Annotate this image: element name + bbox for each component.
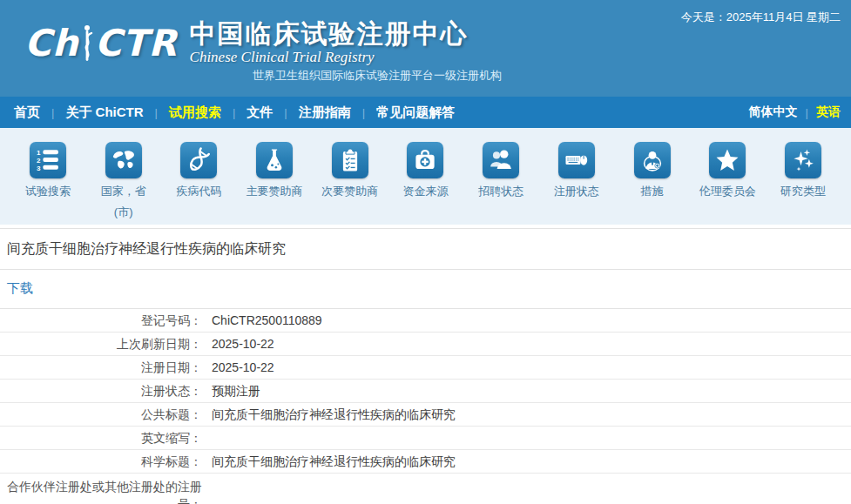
nav-item-faq[interactable]: 常见问题解答: [373, 104, 458, 121]
table-row-registration-date: 注册日期： 2025-10-22: [0, 356, 851, 380]
nav-separator: |: [233, 106, 235, 119]
toolbar-label: 措施: [641, 184, 664, 199]
nav-separator: |: [155, 106, 158, 119]
doctor-icon: [634, 142, 671, 178]
site-header: 今天是：2025年11月4日 星期二 Ch CTR 中国临床试验注册中心 Chi…: [0, 0, 851, 97]
row-label: 上次刷新日期：: [0, 335, 202, 353]
row-label: 登记号码：: [0, 312, 202, 329]
lang-simplified-chinese[interactable]: 简体中文: [749, 104, 798, 120]
nav-item-about[interactable]: 关于 ChiCTR: [62, 104, 146, 121]
chictr-logo: Ch CTR: [24, 19, 178, 63]
today-date: 今天是：2025年11月4日 星期二: [681, 10, 841, 25]
keyboard-mouse-icon: [558, 142, 595, 178]
logo-text-ch: Ch: [24, 25, 79, 62]
dna-icon: [180, 142, 217, 178]
flask-icon: [256, 142, 293, 178]
toolbar-label: 注册状态: [554, 184, 599, 199]
toolbar-item-disease-code[interactable]: 疾病代码: [163, 142, 234, 225]
site-title-english: Chinese Clinical Trial Registry: [190, 49, 469, 66]
site-titles: 中国临床试验注册中心 Chinese Clinical Trial Regist…: [190, 19, 469, 66]
page-title: 间充质干细胞治疗神经退行性疾病的临床研究: [0, 228, 851, 270]
toolbar-item-registration-status[interactable]: 注册状态: [541, 142, 612, 225]
world-map-icon: [105, 142, 142, 178]
nav-separator: |: [362, 106, 365, 119]
svg-text:1: 1: [37, 149, 41, 157]
row-value: 间充质干细胞治疗神经退行性疾病的临床研究: [202, 406, 851, 423]
table-row-partner-registry-number: 合作伙伴注册处或其他注册处的注册号：: [0, 474, 851, 504]
toolbar-item-secondary-sponsor[interactable]: 次要赞助商: [314, 142, 386, 225]
toolbar-item-country-province[interactable]: 国家，省 (市): [88, 142, 159, 225]
sparkles-icon: [785, 142, 821, 178]
star-icon: [709, 142, 746, 178]
main-nav: 首页 | 关于 ChiCTR | 试用搜索 | 文件 | 注册指南 | 常见问题…: [0, 97, 851, 128]
nav-item-documents[interactable]: 文件: [243, 104, 276, 121]
row-value: ChiCTR2500110889: [202, 312, 851, 329]
toolbar-item-study-type[interactable]: 研究类型: [767, 142, 839, 225]
nav-separator: |: [51, 106, 54, 119]
toolbar-item-primary-sponsor[interactable]: 主要赞助商: [239, 142, 310, 225]
language-switcher: 简体中文 | 英语: [749, 104, 841, 120]
toolbar-label: 试验搜索: [25, 184, 71, 199]
row-label: 科学标题：: [0, 453, 202, 470]
svg-text:3: 3: [37, 165, 41, 172]
svg-text:2: 2: [37, 157, 41, 165]
lang-english[interactable]: 英语: [816, 104, 841, 120]
nav-item-registration-guide[interactable]: 注册指南: [295, 104, 355, 121]
table-row-registration-status: 注册状态： 预期注册: [0, 380, 851, 403]
table-row-last-refreshed-date: 上次刷新日期： 2025-10-22: [0, 333, 851, 356]
people-icon: [483, 142, 519, 178]
row-label: 注册日期：: [0, 359, 202, 376]
toolbar-item-recruiting-status[interactable]: 招聘状态: [465, 142, 537, 225]
toolbar-label: 国家，省: [101, 184, 146, 199]
download-row: 下载: [0, 270, 851, 309]
toolbar-label: 研究类型: [780, 184, 826, 199]
toolbar-item-funding-source[interactable]: 资金来源: [389, 142, 461, 225]
table-row-registration-number: 登记号码： ChiCTR2500110889: [0, 309, 851, 333]
row-label: 公共标题：: [0, 406, 202, 423]
row-label: 合作伙伴注册处或其他注册处的注册号：: [0, 478, 202, 504]
toolbar-label: 伦理委员会: [699, 184, 756, 199]
nav-left: 首页 | 关于 ChiCTR | 试用搜索 | 文件 | 注册指南 | 常见问题…: [10, 104, 749, 121]
table-row-public-title: 公共标题： 间充质干细胞治疗神经退行性疾病的临床研究: [0, 403, 851, 427]
table-row-scientific-title: 科学标题： 间充质干细胞治疗神经退行性疾病的临床研究: [0, 450, 851, 474]
who-platform-line: 世界卫生组织国际临床试验注册平台一级注册机构: [253, 68, 502, 84]
table-row-english-acronym: 英文缩写：: [0, 427, 851, 450]
toolbar-label: 次要赞助商: [321, 184, 378, 199]
clipboard-icon: [332, 142, 368, 178]
trial-info-table: 登记号码： ChiCTR2500110889 上次刷新日期： 2025-10-2…: [0, 309, 851, 504]
nav-separator: |: [806, 106, 808, 119]
logo-text-ctr: CTR: [95, 25, 178, 62]
nav-item-trial-search[interactable]: 试用搜索: [165, 104, 225, 121]
site-logo[interactable]: Ch CTR 中国临床试验注册中心 Chinese Clinical Trial…: [24, 19, 469, 66]
toolbar-item-trial-search[interactable]: 1 2 3 试验搜索: [12, 142, 84, 225]
toolbar-label: 主要赞助商: [247, 184, 303, 199]
row-label: 注册状态：: [0, 382, 202, 400]
nav-item-home[interactable]: 首页: [10, 104, 44, 121]
row-value: 2025-10-22: [202, 359, 851, 376]
row-value: 间充质干细胞治疗神经退行性疾病的临床研究: [202, 453, 851, 470]
medical-bag-icon: [407, 142, 443, 178]
asclepius-staff-icon: [80, 24, 94, 63]
row-value: 预期注册: [202, 382, 851, 400]
row-value: 2025-10-22: [202, 335, 851, 353]
toolbar-item-ethics-committee[interactable]: 伦理委员会: [692, 142, 763, 225]
nav-separator: |: [284, 106, 287, 119]
site-title-chinese: 中国临床试验注册中心: [190, 19, 469, 48]
search-filter-toolbar: 1 2 3 试验搜索 国家，省 (市): [0, 128, 851, 225]
toolbar-label: 资金来源: [402, 184, 448, 199]
numbered-list-icon: 1 2 3: [30, 142, 66, 178]
download-link[interactable]: 下载: [7, 280, 33, 295]
toolbar-label: 招聘状态: [478, 184, 523, 199]
toolbar-label: 疾病代码: [176, 184, 221, 199]
trial-detail-content: 间充质干细胞治疗神经退行性疾病的临床研究 下载 登记号码： ChiCTR2500…: [0, 228, 851, 504]
toolbar-item-interventions[interactable]: 措施: [617, 142, 688, 225]
row-label: 英文缩写：: [0, 429, 202, 447]
